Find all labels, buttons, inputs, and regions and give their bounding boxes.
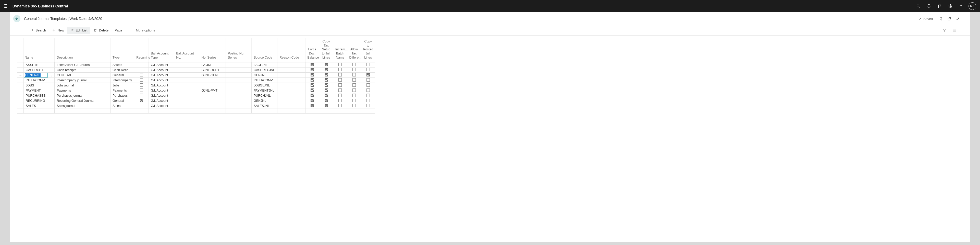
new-button[interactable]: New: [49, 27, 67, 34]
cell-balno[interactable]: [174, 73, 199, 78]
row-menu[interactable]: [48, 93, 55, 98]
checkbox[interactable]: [339, 99, 342, 102]
checkbox[interactable]: [352, 83, 356, 87]
cell-desc[interactable]: Sales journal: [55, 103, 110, 109]
cell-forcedoc[interactable]: [305, 62, 319, 67]
cell-posting[interactable]: [226, 78, 251, 83]
cell-forcedoc[interactable]: [305, 93, 319, 98]
cell-increm[interactable]: [333, 88, 347, 93]
row-indicator[interactable]: →: [17, 73, 24, 78]
cell-baltype[interactable]: G/L Account: [148, 67, 174, 73]
cell-recurring[interactable]: [134, 98, 149, 103]
cell-copyposted[interactable]: [361, 93, 375, 98]
checkbox[interactable]: [339, 94, 342, 97]
checkbox[interactable]: [140, 94, 143, 97]
checkbox[interactable]: [140, 78, 143, 82]
page-button[interactable]: Page: [111, 27, 125, 34]
cell-type[interactable]: Purchases: [110, 93, 134, 98]
cell-allowtax[interactable]: [347, 98, 361, 103]
checkbox[interactable]: [310, 88, 314, 92]
col-allowtax[interactable]: Allow Tax Differe...: [347, 38, 361, 62]
cell-reason[interactable]: [277, 67, 305, 73]
cell-name[interactable]: JOBS: [24, 83, 48, 88]
cell-copytax[interactable]: [319, 73, 333, 78]
app-launcher-icon[interactable]: [4, 4, 8, 8]
cell-allowtax[interactable]: [347, 73, 361, 78]
col-increm[interactable]: Increm... Batch Name: [333, 38, 347, 62]
cell-type[interactable]: Assets: [110, 62, 134, 67]
col-copytax[interactable]: Copy Tax Setup to Jnl. Lines: [319, 38, 333, 62]
checkbox[interactable]: [339, 88, 342, 92]
row-menu[interactable]: [48, 62, 55, 67]
cell-type[interactable]: Payments: [110, 88, 134, 93]
avatar[interactable]: RZ: [969, 2, 976, 10]
cell-recurring[interactable]: [134, 88, 149, 93]
cell-baltype[interactable]: G/L Account: [148, 78, 174, 83]
back-button[interactable]: [13, 15, 21, 22]
row-indicator[interactable]: [17, 67, 24, 73]
cell-desc[interactable]: Intercompany journal: [55, 78, 110, 83]
cell-source[interactable]: JOBGLJNL: [251, 83, 277, 88]
cell-posting[interactable]: [226, 73, 251, 78]
bookmark-icon[interactable]: [939, 17, 943, 21]
col-recurring[interactable]: Recurring: [134, 38, 149, 62]
cell-allowtax[interactable]: [347, 93, 361, 98]
row-indicator[interactable]: [17, 78, 24, 83]
cell-reason[interactable]: [277, 83, 305, 88]
cell-name[interactable]: RECURRING: [24, 98, 48, 103]
cell-increm[interactable]: [333, 73, 347, 78]
checkbox[interactable]: [140, 83, 143, 87]
checkbox[interactable]: [325, 104, 328, 107]
checkbox[interactable]: [310, 63, 314, 66]
cell-type[interactable]: General: [110, 98, 134, 103]
cell-reason[interactable]: [277, 62, 305, 67]
checkbox[interactable]: [310, 68, 314, 71]
row-menu[interactable]: [48, 78, 55, 83]
cell-allowtax[interactable]: [347, 62, 361, 67]
checkbox[interactable]: [339, 63, 342, 66]
col-name[interactable]: Name ↑: [24, 38, 48, 62]
checkbox[interactable]: [352, 68, 356, 71]
checkbox[interactable]: [366, 99, 370, 102]
col-reasoncode[interactable]: Reason Code: [277, 38, 305, 62]
checkbox[interactable]: [310, 83, 314, 87]
checkbox[interactable]: [140, 104, 143, 107]
row-indicator[interactable]: [17, 88, 24, 93]
cell-reason[interactable]: [277, 78, 305, 83]
cell-copytax[interactable]: [319, 98, 333, 103]
cell-noseries[interactable]: [199, 98, 226, 103]
cell-noseries[interactable]: [199, 83, 226, 88]
row-indicator[interactable]: [17, 83, 24, 88]
cell-type[interactable]: Intercompany: [110, 78, 134, 83]
col-description[interactable]: Description: [55, 38, 110, 62]
more-options-button[interactable]: More options: [133, 27, 158, 34]
checkbox[interactable]: [352, 99, 356, 102]
cell-reason[interactable]: [277, 73, 305, 78]
checkbox[interactable]: [352, 63, 356, 66]
checkbox[interactable]: [140, 68, 143, 71]
cell-copytax[interactable]: [319, 78, 333, 83]
cell-copytax[interactable]: [319, 103, 333, 109]
checkbox[interactable]: [325, 83, 328, 87]
search-button[interactable]: Search: [27, 27, 49, 34]
cell-copyposted[interactable]: [361, 88, 375, 93]
table-row[interactable]: PAYMENTPaymentsPaymentsG/L AccountGJNL-P…: [17, 88, 375, 93]
cell-source[interactable]: CASHRECJNL: [251, 67, 277, 73]
cell-copytax[interactable]: [319, 83, 333, 88]
cell-recurring[interactable]: [134, 83, 149, 88]
cell-baltype[interactable]: G/L Account: [148, 93, 174, 98]
cell-source[interactable]: PURCHJNL: [251, 93, 277, 98]
cell-copyposted[interactable]: [361, 78, 375, 83]
row-menu[interactable]: [48, 103, 55, 109]
cell-copyposted[interactable]: [361, 62, 375, 67]
checkbox[interactable]: [310, 94, 314, 97]
cell-recurring[interactable]: [134, 67, 149, 73]
delete-button[interactable]: Delete: [90, 27, 111, 34]
cell-forcedoc[interactable]: [305, 103, 319, 109]
checkbox[interactable]: [325, 73, 328, 77]
checkbox[interactable]: [339, 73, 342, 77]
cell-posting[interactable]: [226, 83, 251, 88]
cell-baltype[interactable]: G/L Account: [148, 73, 174, 78]
col-type[interactable]: Type: [110, 38, 134, 62]
checkbox[interactable]: [310, 73, 314, 77]
